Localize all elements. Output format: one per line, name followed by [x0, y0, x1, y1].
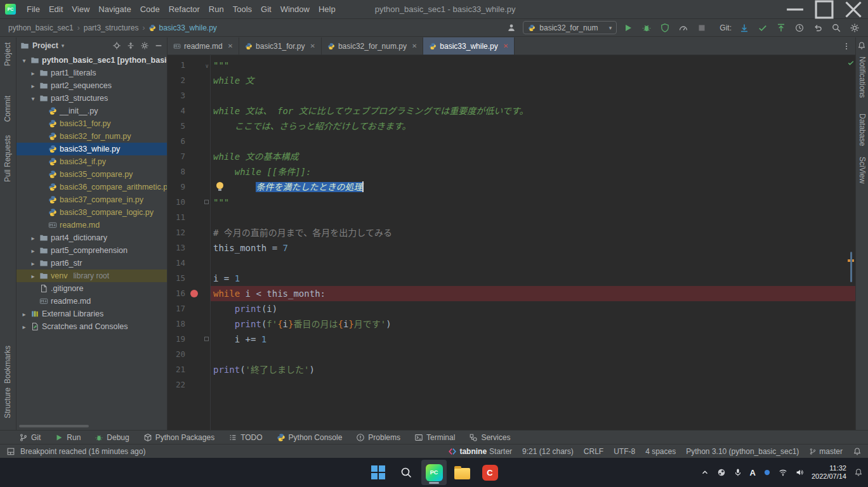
menu-view[interactable]: View	[67, 1, 94, 17]
code-with-me-icon[interactable]	[504, 21, 518, 35]
line-number[interactable]: 15	[168, 271, 185, 286]
taskbar-search-button[interactable]	[393, 460, 419, 485]
line-number[interactable]: 2	[168, 73, 185, 88]
tab-basic31-for-py[interactable]: basic31_for.py✕	[239, 37, 322, 55]
code-line-13[interactable]: this_month = 7	[211, 240, 855, 256]
breadcrumb-item[interactable]: python_basic_sec1	[6, 22, 76, 34]
run-button[interactable]	[621, 21, 635, 35]
status-indent-style[interactable]: 4 spaces	[645, 447, 676, 456]
line-number[interactable]: 3	[168, 88, 185, 103]
project-tab-icon[interactable]	[20, 41, 29, 50]
tool-window-button-project[interactable]: Project	[3, 42, 12, 66]
line-number[interactable]: 13	[168, 240, 185, 256]
line-number[interactable]: 1	[168, 58, 185, 73]
project-scrollbar[interactable]	[19, 425, 89, 427]
tree-item-basic33-while-py[interactable]: basic33_while.py	[16, 143, 167, 155]
history-button[interactable]	[792, 21, 806, 35]
line-number[interactable]: 17	[168, 301, 185, 316]
line-number[interactable]: 7	[168, 149, 185, 164]
line-number[interactable]: 10	[168, 195, 185, 210]
chevron-down-icon[interactable]: ▾	[62, 42, 65, 49]
tree-item-part5-comprehension[interactable]: ▸part5_comprehension	[16, 244, 167, 257]
run-with-coverage-button[interactable]	[658, 21, 672, 35]
tab-basic33-while-py[interactable]: basic33_while.py✕	[423, 37, 515, 55]
tree-item-basic36-compare-arithmetic-py[interactable]: basic36_compare_arithmetic.py	[16, 181, 167, 193]
tool-window-button-problems[interactable]: Problems	[356, 433, 400, 442]
code-line-16[interactable]: while i < this_month:	[211, 286, 855, 301]
commit-button[interactable]	[756, 21, 770, 35]
tool-window-button-todo[interactable]: TODO	[228, 433, 262, 442]
code-line-22[interactable]	[211, 377, 855, 393]
chevron-right-icon[interactable]: ▸	[29, 273, 37, 280]
code-line-18[interactable]: print(f'{i}番目の月は{i}月です')	[211, 316, 855, 332]
chevron-right-icon[interactable]: ▸	[29, 82, 37, 89]
code-line-8[interactable]: while [[条件]]:	[211, 164, 855, 179]
line-number[interactable]: 12	[168, 225, 185, 240]
code-line-12[interactable]: # 今月の直前の月まで、各月を出力してみる	[211, 225, 855, 240]
line-number[interactable]: 6	[168, 134, 185, 149]
notifications-bell-icon[interactable]	[857, 41, 866, 50]
code-line-6[interactable]	[211, 134, 855, 149]
tab-close-icon[interactable]: ✕	[503, 42, 508, 49]
line-number[interactable]: 9	[168, 179, 185, 195]
fold-marker[interactable]	[204, 337, 209, 341]
menu-tools[interactable]: Tools	[228, 1, 256, 17]
code-line-15[interactable]: i = 1	[211, 271, 855, 286]
tool-window-button-git[interactable]: Git	[19, 433, 41, 442]
collapse-all-button[interactable]	[126, 41, 135, 50]
tray-circle-app-icon[interactable]	[717, 468, 726, 477]
code-line-1[interactable]: """	[211, 58, 855, 73]
chevron-right-icon[interactable]: ▸	[29, 235, 37, 242]
code-line-21[interactable]: print('終了しました')	[211, 362, 855, 377]
tree-item-readme-md[interactable]: readme.md	[16, 295, 167, 308]
tab-close-icon[interactable]: ✕	[412, 42, 417, 49]
volume-icon[interactable]	[795, 468, 804, 477]
status-line-separator[interactable]: CRLF	[584, 447, 603, 456]
search-everywhere-button[interactable]	[829, 21, 843, 35]
line-number[interactable]: 16	[168, 286, 185, 301]
code-line-5[interactable]: ここでは、さらっと紹介だけしておきます。	[211, 119, 855, 134]
line-number[interactable]: 8	[168, 164, 185, 179]
minimize-button[interactable]	[780, 0, 810, 19]
tool-window-button-python-console[interactable]: Python Console	[277, 433, 343, 442]
breadcrumb-item[interactable]: basic33_while.py	[147, 22, 218, 34]
menu-git[interactable]: Git	[256, 1, 276, 17]
status-interpreter[interactable]: Python 3.10 (python_basic_sec1)	[686, 447, 799, 456]
status-file-encoding[interactable]: UTF-8	[614, 447, 635, 456]
breadcrumb-item[interactable]: part3_structures	[82, 22, 141, 34]
stop-button[interactable]	[695, 21, 709, 35]
code-line-3[interactable]	[211, 88, 855, 103]
code-line-19[interactable]: i += 1	[211, 332, 855, 347]
tab-basic32-for-num-py[interactable]: basic32_for_num.py✕	[322, 37, 423, 55]
settings-button[interactable]	[848, 21, 862, 35]
project-panel-title[interactable]: Project	[32, 41, 58, 50]
inspections-ok-icon[interactable]	[847, 59, 855, 67]
line-number[interactable]: 20	[168, 347, 185, 362]
code-line-7[interactable]: while 文の基本構成	[211, 149, 855, 164]
tree-item-part2-sequences[interactable]: ▸part2_sequences	[16, 79, 167, 92]
tab-close-icon[interactable]: ✕	[310, 42, 315, 49]
run-config-select[interactable]: basic32_for_num▾	[523, 21, 617, 34]
code-line-4[interactable]: while 文は、 for 文に比してウェブプログラミングでは重要度が低いです。	[211, 103, 855, 119]
code-line-10[interactable]: """	[211, 195, 855, 210]
chevron-right-icon[interactable]: ▸	[29, 70, 37, 77]
hidden-icons-chevron[interactable]	[700, 468, 709, 477]
chevron-right-icon[interactable]: ▸	[29, 260, 37, 267]
tool-window-button-python-packages[interactable]: Python Packages	[143, 433, 214, 442]
menu-help[interactable]: Help	[314, 1, 340, 17]
ime-indicator[interactable]: A	[750, 468, 756, 477]
close-button[interactable]	[839, 0, 868, 19]
update-project-button[interactable]	[737, 21, 751, 35]
tool-window-button-run[interactable]: Run	[55, 433, 81, 442]
wifi-icon[interactable]	[779, 468, 787, 477]
line-number[interactable]: 18	[168, 316, 185, 332]
tool-window-button-sciview[interactable]: SciView	[858, 157, 867, 183]
menu-refactor[interactable]: Refactor	[164, 1, 204, 17]
status-git-branch[interactable]: master	[809, 447, 843, 456]
chevron-right-icon[interactable]: ▸	[29, 247, 37, 254]
tree-item-external-libraries[interactable]: ▸External Libraries	[16, 308, 167, 320]
status-caret-position[interactable]: 9:21 (12 chars)	[522, 447, 574, 456]
pycharm-taskbar-button[interactable]: PC	[421, 460, 447, 485]
tree-item-basic35-compare-py[interactable]: basic35_compare.py	[16, 168, 167, 181]
chevron-right-icon[interactable]: ▸	[20, 311, 28, 318]
